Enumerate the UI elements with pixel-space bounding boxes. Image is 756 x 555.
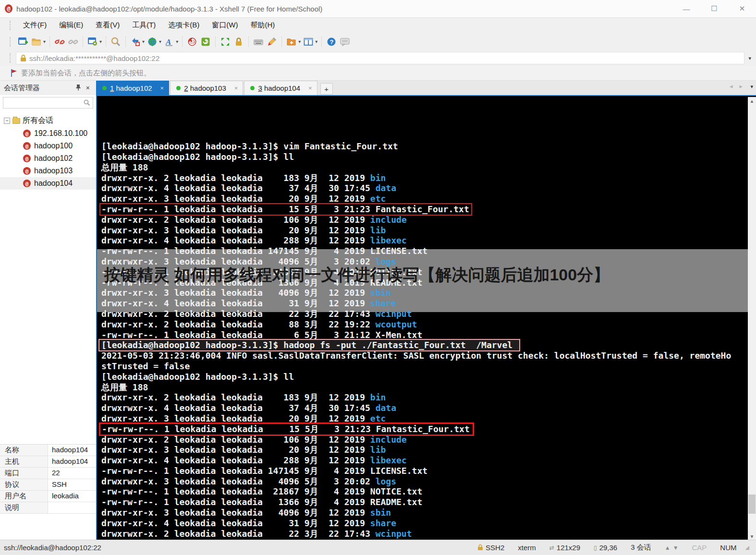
menu-item[interactable]: 选项卡(B) bbox=[163, 19, 205, 32]
directory-name: share bbox=[370, 298, 396, 308]
tab-prev-icon[interactable]: ◂ bbox=[730, 83, 733, 90]
lock-icon[interactable] bbox=[232, 36, 245, 48]
tab-next-icon[interactable]: ▸ bbox=[739, 83, 743, 90]
tree-expander-icon[interactable]: − bbox=[4, 118, 10, 124]
maximize-button[interactable]: ☐ bbox=[700, 0, 728, 17]
status-num: NUM bbox=[720, 543, 736, 552]
menu-item[interactable]: 编辑(E) bbox=[54, 19, 88, 32]
property-row: 用户名leokadia bbox=[0, 491, 96, 502]
new-session-icon[interactable] bbox=[17, 36, 29, 48]
web-icon[interactable] bbox=[146, 36, 159, 48]
property-label: 主机 bbox=[0, 456, 48, 467]
xshell-icon[interactable] bbox=[186, 36, 198, 48]
tab-menu-caret-icon[interactable]: ▾ bbox=[750, 84, 753, 90]
terminal-line: drwxrwxr-x. 4 leokadia leokadia 37 4月 30… bbox=[101, 183, 745, 193]
terminal-line-highlighted: -rw-rw-r--. 1 leokadia leokadia 15 5月 3 … bbox=[101, 424, 745, 434]
open-folder-icon[interactable] bbox=[30, 36, 43, 48]
resize-grip[interactable]: ◢ bbox=[745, 544, 749, 551]
property-label: 协议 bbox=[0, 479, 48, 490]
session-tree-item[interactable]: @hadoop104 bbox=[0, 177, 96, 190]
dropdown-caret-icon[interactable]: ▾ bbox=[99, 39, 102, 44]
tab-hadoop102[interactable]: 1 hadoop102× bbox=[96, 81, 169, 95]
terminal-line: drwxrwxr-x. 2 leokadia leokadia 22 3月 22… bbox=[101, 529, 745, 539]
font-icon[interactable]: A bbox=[163, 36, 175, 48]
paste-icon[interactable] bbox=[129, 36, 142, 48]
session-icon: @ bbox=[23, 142, 31, 150]
tab-close-icon[interactable]: × bbox=[234, 84, 238, 92]
terminal-line: [leokadia@hadoop102 hadoop-3.1.3]$ vim F… bbox=[101, 141, 745, 152]
close-button[interactable]: ✕ bbox=[728, 0, 756, 17]
dropdown-caret-icon[interactable]: ▾ bbox=[298, 39, 301, 44]
dropdown-caret-icon[interactable]: ▾ bbox=[43, 39, 46, 44]
property-row: 端口22 bbox=[0, 468, 96, 479]
property-row: 主机hadoop104 bbox=[0, 456, 96, 468]
session-tree-item[interactable]: @192.168.10.100 bbox=[0, 127, 96, 140]
session-tree-root[interactable]: − 所有会话 bbox=[0, 114, 96, 127]
tab-hadoop104[interactable]: 3 hadoop104× bbox=[244, 81, 317, 95]
connected-dot-icon bbox=[176, 86, 181, 90]
new-tab-button[interactable]: + bbox=[320, 83, 333, 95]
fullscreen-icon[interactable] bbox=[219, 36, 232, 48]
xftp-icon[interactable] bbox=[199, 36, 212, 48]
tile-windows-icon[interactable] bbox=[302, 36, 315, 48]
dropdown-caret-icon[interactable]: ▾ bbox=[315, 39, 317, 44]
minimize-button[interactable]: — bbox=[672, 0, 700, 17]
address-input[interactable]: ssh://leokadia:***********@hadoop102:22 bbox=[16, 52, 744, 64]
status-connection: ssh://leokadia@hadoop102:22 bbox=[4, 543, 464, 552]
tab-scroll-arrows[interactable]: ◂ ▸ bbox=[730, 83, 743, 90]
title-bar[interactable]: @ hadoop102 - leokadia@hadoop102:/opt/mo… bbox=[0, 0, 756, 17]
directory-name: wcinput bbox=[376, 309, 412, 319]
toolbar-grip bbox=[10, 53, 12, 63]
disconnect-icon[interactable] bbox=[53, 36, 66, 48]
pin-icon[interactable] bbox=[73, 84, 84, 92]
help-icon[interactable]: ? bbox=[325, 36, 338, 48]
menu-item[interactable]: 工具(T) bbox=[127, 19, 161, 32]
svg-text:A: A bbox=[165, 37, 171, 47]
tab-close-icon[interactable]: × bbox=[308, 84, 312, 92]
session-icon: @ bbox=[23, 167, 31, 175]
terminal-pane[interactable]: 按键精灵 如何用多线程对同一文件进行读写【解决问题后追加100分】 [leoka… bbox=[96, 95, 756, 540]
dropdown-caret-icon[interactable]: ▾ bbox=[176, 39, 178, 44]
find-icon[interactable] bbox=[110, 36, 122, 48]
virtual-keyboard-icon[interactable] bbox=[252, 36, 265, 48]
scrollbar-thumb[interactable] bbox=[748, 495, 756, 514]
close-panel-icon[interactable]: × bbox=[84, 84, 92, 92]
dropdown-caret-icon[interactable]: ▾ bbox=[159, 39, 161, 44]
session-label: hadoop104 bbox=[34, 179, 73, 188]
menu-item[interactable]: 查看(V) bbox=[90, 19, 125, 32]
terminal-line: drwxr-xr-x. 2 leokadia leokadia 106 9月 1… bbox=[101, 434, 745, 445]
address-dropdown-caret[interactable]: ▾ bbox=[748, 55, 751, 61]
tab-hadoop103[interactable]: 2 hadoop103× bbox=[170, 81, 243, 95]
reconnect-icon[interactable] bbox=[67, 36, 79, 48]
tab-close-icon[interactable]: × bbox=[160, 84, 164, 92]
session-icon: @ bbox=[23, 155, 31, 162]
terminal-line-highlighted: [leokadia@hadoop102 hadoop-3.1.3]$ hadoo… bbox=[101, 340, 745, 350]
status-cap: CAP bbox=[692, 543, 707, 552]
session-search-input[interactable] bbox=[3, 97, 93, 109]
session-manager-title: 会话管理器 bbox=[4, 84, 73, 93]
dropdown-caret-icon[interactable]: ▾ bbox=[142, 39, 145, 44]
menu-item[interactable]: 窗口(W) bbox=[207, 19, 243, 32]
status-session-arrows[interactable]: ▲▼ bbox=[665, 544, 679, 551]
scroll-up-icon[interactable]: ▲ bbox=[748, 97, 756, 105]
menu-item[interactable]: 帮助(H) bbox=[245, 19, 280, 32]
session-label: hadoop103 bbox=[34, 167, 73, 175]
tab-strip: 1 hadoop102×2 hadoop103×3 hadoop104×+ bbox=[96, 81, 756, 95]
new-folder-icon[interactable] bbox=[285, 36, 298, 48]
session-tree-item[interactable]: @hadoop102 bbox=[0, 152, 96, 165]
terminal-line: drwxr-xr-x. 4 leokadia leokadia 288 9月 1… bbox=[101, 235, 745, 246]
info-bar: 要添加当前会话，点击左侧的箭头按钮。 bbox=[0, 66, 756, 81]
toolbar-separator bbox=[215, 36, 216, 47]
menu-item[interactable]: 文件(F) bbox=[18, 19, 52, 32]
xshell-window: @ hadoop102 - leokadia@hadoop102:/opt/mo… bbox=[0, 0, 756, 555]
property-row: 说明 bbox=[0, 502, 96, 514]
property-row: 名称hadoop104 bbox=[0, 445, 96, 456]
highlight-pen-icon[interactable] bbox=[266, 36, 278, 48]
terminal-scrollbar[interactable]: ▲ ▼ bbox=[748, 97, 756, 541]
session-tree-item[interactable]: @hadoop103 bbox=[0, 165, 96, 177]
message-icon[interactable] bbox=[339, 36, 351, 48]
property-value: hadoop104 bbox=[48, 456, 96, 467]
session-tree-item[interactable]: @hadoop100 bbox=[0, 140, 96, 152]
toolbar: ▾▾▾▾A▾▾▾? bbox=[0, 33, 756, 50]
session-properties-icon[interactable] bbox=[86, 36, 99, 48]
